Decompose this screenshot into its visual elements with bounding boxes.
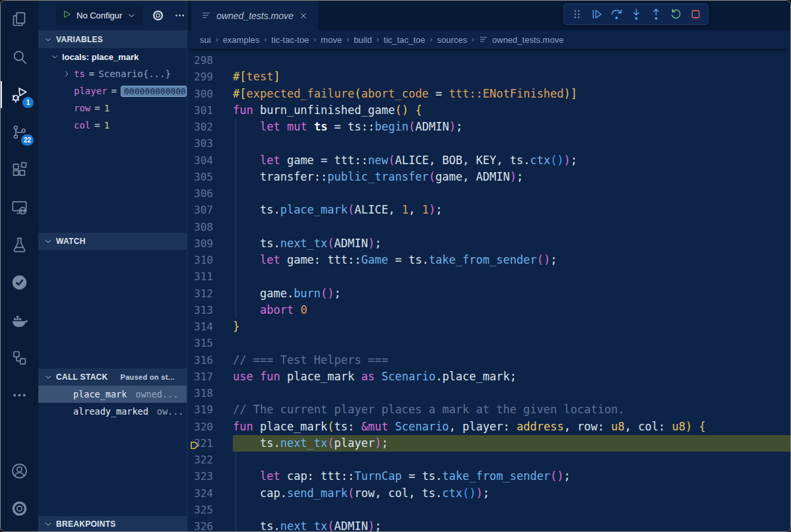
tab-owned-tests-move[interactable]: owned_tests.move <box>191 1 318 30</box>
breadcrumb-item-tic_tac_toe[interactable]: tic_tac_toe <box>384 35 426 45</box>
activity-item-run-and-debug[interactable]: 1 <box>1 76 38 113</box>
close-icon[interactable] <box>299 11 308 20</box>
gear-icon[interactable] <box>152 9 164 22</box>
code-line-content[interactable]: } <box>233 318 790 335</box>
code-line-content[interactable]: #[test] <box>233 69 790 85</box>
code-line-content[interactable] <box>233 135 790 152</box>
variables-section-header[interactable]: VARIABLES <box>38 30 187 48</box>
variable-value[interactable]: 000000000000… <box>121 86 187 97</box>
gutter-line-number[interactable]: 312 <box>187 285 233 302</box>
code-line-content[interactable]: ts.next_tx(ADMIN); <box>233 235 790 252</box>
code-line-content[interactable]: game.burn(); <box>233 285 790 302</box>
activity-item-containers[interactable] <box>1 339 38 376</box>
code-line-content[interactable] <box>233 385 790 401</box>
code-line-content[interactable]: // === Test Helpers === <box>233 352 790 369</box>
gutter-line-number[interactable]: 320 <box>187 419 233 435</box>
code-line-content[interactable]: ts.place_mark(ALICE, 1, 1); <box>233 202 790 218</box>
code-line-content[interactable]: use fun place_mark as Scenario.place_mar… <box>233 369 790 385</box>
gutter-line-number[interactable]: 309 <box>187 235 233 252</box>
breadcrumb-item-build[interactable]: build <box>354 35 371 45</box>
gutter-line-number[interactable]: 324 <box>187 485 233 502</box>
debug-step-over-button[interactable] <box>606 5 626 24</box>
activity-item-more-views[interactable] <box>1 376 38 414</box>
gutter-line-number[interactable]: 307 <box>187 202 233 218</box>
gutter-line-number[interactable]: 313 <box>187 302 233 318</box>
gutter-line-number[interactable]: 319 <box>187 401 233 418</box>
breakpoints-section-header[interactable]: BREAKPOINTS <box>38 516 187 531</box>
activity-item-docker[interactable] <box>1 301 38 339</box>
gutter-line-number[interactable]: 318 <box>187 385 233 401</box>
debug-restart-button[interactable] <box>666 5 685 24</box>
ellipsis-icon[interactable] <box>174 9 186 22</box>
gutter-line-number[interactable]: 321 <box>187 435 233 452</box>
gutter-line-number[interactable]: 322 <box>187 452 233 468</box>
code-line-content[interactable] <box>233 268 790 285</box>
activity-item-accounts[interactable] <box>1 452 38 490</box>
code-line-content[interactable]: let cap: ttt::TurnCap = ts.take_from_sen… <box>233 468 790 485</box>
call-stack-section-header[interactable]: CALL STACK Paused on st... <box>38 369 187 386</box>
gutter-line-number[interactable]: 299 <box>187 69 233 85</box>
code-line-content[interactable] <box>233 335 790 351</box>
activity-item-source-control[interactable]: 22 <box>1 113 38 151</box>
variables-scope-row[interactable]: locals: place_mark <box>38 48 187 65</box>
gutter-line-number[interactable]: 308 <box>187 219 233 235</box>
code-line-content[interactable]: let game: ttt::Game = ts.take_from_sende… <box>233 252 790 268</box>
debug-drag-handle-button[interactable] <box>567 5 586 24</box>
gutter-line-number[interactable]: 310 <box>187 252 233 268</box>
code-line-content[interactable]: let mut ts = ts::begin(ADMIN); <box>233 119 790 135</box>
activity-item-settings[interactable] <box>1 490 38 527</box>
gutter-line-number[interactable]: 325 <box>187 502 233 518</box>
code-line-content[interactable] <box>233 185 790 202</box>
call-stack-frame-place_mark[interactable]: place_markowned... <box>38 386 187 403</box>
breadcrumb-item-examples[interactable]: examples <box>223 35 260 45</box>
gutter-line-number[interactable]: 302 <box>187 119 233 135</box>
code-line-content[interactable]: ts.next_tx(ADMIN); <box>233 518 790 531</box>
code-line-content[interactable]: transfer::public_transfer(game, ADMIN); <box>233 169 790 185</box>
code-line-content[interactable] <box>233 502 790 518</box>
debug-step-out-button[interactable] <box>646 5 666 24</box>
code-line-content[interactable]: ts.next_tx(player); <box>233 435 790 452</box>
activity-item-remote-explorer[interactable] <box>1 189 38 226</box>
breadcrumb-item-sui[interactable]: sui <box>200 35 211 45</box>
activity-item-search[interactable] <box>1 38 38 76</box>
code-line-content[interactable]: fun burn_unfinished_game() { <box>233 102 790 119</box>
variable-row-ts[interactable]: ts=Scenario{...} <box>38 65 187 82</box>
debug-config-dropdown[interactable]: No Configur <box>56 6 142 25</box>
gutter-line-number[interactable]: 314 <box>187 318 233 335</box>
gutter-line-number[interactable]: 304 <box>187 152 233 169</box>
breadcrumb-item-sources[interactable]: sources <box>437 35 467 45</box>
activity-item-task-check[interactable] <box>1 264 38 301</box>
gutter-line-number[interactable]: 305 <box>187 169 233 185</box>
activity-item-extensions[interactable] <box>1 151 38 189</box>
play-icon[interactable] <box>62 9 72 22</box>
code-line-content[interactable] <box>233 219 790 235</box>
variable-row-row[interactable]: row=1 <box>38 100 187 117</box>
activity-item-explorer[interactable] <box>1 1 38 38</box>
gutter-line-number[interactable]: 311 <box>187 268 233 285</box>
call-stack-frame-already_marked[interactable]: already_markedow... <box>38 403 187 420</box>
variable-row-col[interactable]: col=1 <box>38 117 187 134</box>
code-line-content[interactable]: // The current player places a mark at t… <box>233 401 790 418</box>
code-line-content[interactable]: #[expected_failure(abort_code = ttt::ENo… <box>233 86 790 102</box>
debug-stop-button[interactable] <box>685 5 705 24</box>
activity-item-testing[interactable] <box>1 226 38 264</box>
code-editor[interactable]: 298299#[test]300#[expected_failure(abort… <box>187 49 790 531</box>
code-line-content[interactable]: abort 0 <box>233 302 790 318</box>
gutter-line-number[interactable]: 303 <box>187 135 233 152</box>
breadcrumb-item-tic-tac-toe[interactable]: tic-tac-toe <box>271 35 309 45</box>
breadcrumb-item-file[interactable]: owned_tests.move <box>492 35 563 45</box>
gutter-line-number[interactable]: 316 <box>187 352 233 369</box>
gutter-line-number[interactable]: 298 <box>187 52 233 69</box>
gutter-line-number[interactable]: 306 <box>187 185 233 202</box>
gutter-line-number[interactable]: 300 <box>187 86 233 102</box>
debug-step-into-button[interactable] <box>626 5 646 24</box>
gutter-line-number[interactable]: 301 <box>187 102 233 119</box>
gutter-line-number[interactable]: 326 <box>187 518 233 531</box>
gutter-line-number[interactable]: 315 <box>187 335 233 351</box>
code-line-content[interactable] <box>233 452 790 468</box>
gutter-line-number[interactable]: 317 <box>187 369 233 385</box>
variable-row-player[interactable]: player=000000000000… <box>38 82 187 100</box>
debug-continue-button[interactable] <box>586 5 606 24</box>
code-line-content[interactable]: let game = ttt::new(ALICE, BOB, KEY, ts.… <box>233 152 790 169</box>
gutter-line-number[interactable]: 323 <box>187 468 233 485</box>
